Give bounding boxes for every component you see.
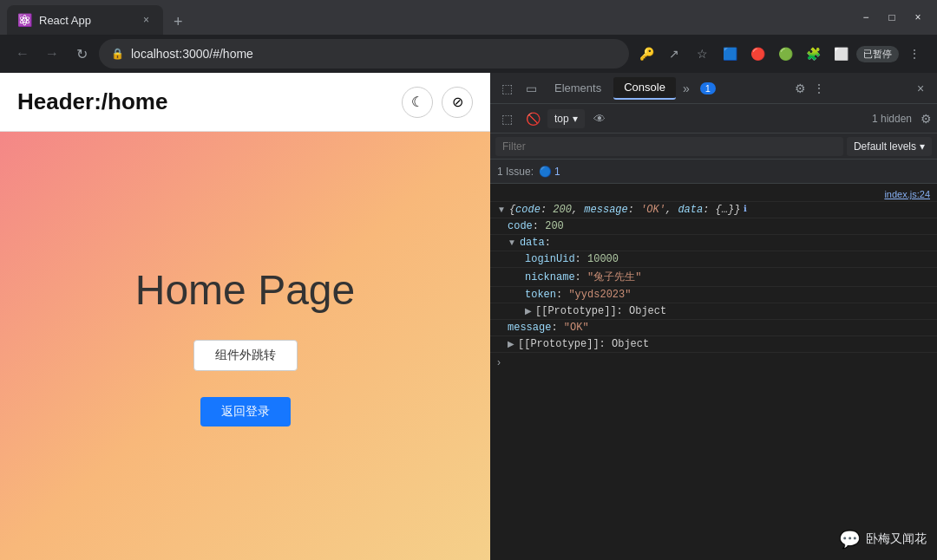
header-icons: ☾ ⊘ — [402, 87, 473, 118]
devtools: ⬚ ▭ Elements Console » 1 ⚙ ⋮ × ⬚ 🚫 top ▾… — [490, 73, 937, 560]
forward-button[interactable]: → — [40, 42, 64, 66]
context-dropdown[interactable]: top ▾ — [547, 109, 585, 128]
tab-close-button[interactable]: × — [140, 12, 153, 28]
maximize-button[interactable]: □ — [880, 5, 904, 29]
paused-badge[interactable]: 已暂停 — [856, 46, 899, 62]
devtools-panel: ⬚ ▭ Elements Console » 1 ⚙ ⋮ × ⬚ 🚫 top ▾… — [490, 73, 937, 560]
issues-bar: 1 Issue: 🔵 1 — [490, 160, 937, 184]
console-prop-message: message: "OK" — [490, 320, 937, 336]
console-prop-token: token: "yyds2023" — [490, 287, 937, 303]
tab-elements[interactable]: Elements — [544, 77, 612, 100]
toolbar-icons: 🔑 ↗ ☆ 🟦 🔴 🟢 🧩 ⬜ 已暂停 ⋮ — [634, 42, 927, 66]
console-filter-icon[interactable]: ⬚ — [495, 107, 518, 130]
extension1-icon[interactable]: 🟦 — [717, 42, 742, 66]
share-icon[interactable]: ↗ — [662, 42, 686, 66]
console-prompt[interactable]: › — [490, 353, 937, 372]
issues-badge-icon[interactable]: 🔵 1 — [539, 166, 560, 178]
devtools-toolbar: ⬚ ▭ Elements Console » 1 ⚙ ⋮ × — [490, 73, 937, 104]
console-output: index.js:24 ▼ {code: 200, message: 'OK',… — [490, 184, 937, 560]
console-source-link[interactable]: index.js:24 — [884, 189, 930, 199]
console-prop-nickname: nickname: "兔子先生" — [490, 268, 937, 287]
levels-label: Default levels — [854, 140, 916, 153]
title-bar: ⚛️ React App × + − □ × — [0, 0, 937, 35]
main-layout: Header:/home ☾ ⊘ Home Page 组件外跳转 返回登录 ⬚ … — [0, 73, 937, 560]
lock-icon: 🔒 — [111, 48, 124, 60]
browser-chrome: ⚛️ React App × + − □ × ← → ↻ 🔒 localhost… — [0, 0, 937, 73]
devtools-secondary-toolbar: ⬚ 🚫 top ▾ 👁 1 hidden ⚙ — [490, 104, 937, 133]
console-prototype-root[interactable]: ▶ [[Prototype]]: Object — [490, 336, 937, 353]
console-obj-line-1[interactable]: ▼ {code: 200, message: 'OK', data: {…}} … — [490, 202, 937, 218]
extensions-icon[interactable]: 🧩 — [801, 42, 825, 66]
console-clear-icon[interactable]: 🚫 — [521, 107, 544, 130]
issues-label: 1 Issue: — [497, 166, 534, 178]
more-menu-button[interactable]: ⋮ — [902, 42, 927, 66]
tab-bar: ⚛️ React App × + — [7, 0, 854, 35]
info-icon: ℹ — [744, 204, 747, 213]
back-button[interactable]: ← — [10, 42, 35, 66]
refresh-button[interactable]: ↻ — [69, 42, 94, 66]
password-icon[interactable]: 🔑 — [634, 42, 659, 66]
devtools-settings-icon[interactable]: ⚙ — [795, 81, 806, 95]
tab-console[interactable]: Console — [613, 77, 676, 100]
default-levels-button[interactable]: Default levels ▾ — [847, 137, 932, 156]
prototype2-expand-icon[interactable]: ▶ — [508, 339, 514, 348]
extension3-icon[interactable]: 🟢 — [773, 42, 797, 66]
filter-input[interactable] — [495, 137, 843, 156]
window-controls: − □ × — [854, 5, 930, 29]
hidden-count: 1 hidden — [872, 113, 912, 125]
web-page: Header:/home ☾ ⊘ Home Page 组件外跳转 返回登录 — [0, 73, 490, 560]
profile-icon[interactable]: ⬜ — [829, 42, 853, 66]
new-tab-button[interactable]: + — [167, 10, 190, 35]
console-settings-icon[interactable]: ⚙ — [921, 112, 932, 126]
address-bar: ← → ↻ 🔒 localhost:3000/#/home 🔑 ↗ ☆ 🟦 🔴 … — [0, 35, 937, 73]
url-text: localhost:3000/#/home — [131, 47, 617, 61]
console-prop-code: code: 200 — [490, 218, 937, 235]
devtools-kebab-icon[interactable]: ⋮ — [808, 77, 830, 100]
filter-bar: Default levels ▾ — [490, 133, 937, 160]
watermark: 💬 卧梅又闻花 — [839, 529, 927, 550]
inspect-element-icon[interactable]: ⬚ — [495, 77, 518, 100]
device-toggle-icon[interactable]: ▭ — [520, 77, 542, 100]
context-dropdown-arrow: ▾ — [573, 113, 578, 125]
back-login-button[interactable]: 返回登录 — [200, 397, 291, 427]
eye-icon[interactable]: 👁 — [588, 107, 611, 130]
minimize-button[interactable]: − — [854, 5, 878, 29]
page-content: Home Page 组件外跳转 返回登录 — [0, 132, 490, 560]
page-header: Header:/home ☾ ⊘ — [0, 73, 490, 132]
console-prop-loginuid: loginUid: 10000 — [490, 251, 937, 268]
slash-button[interactable]: ⊘ — [442, 87, 473, 118]
wechat-icon: 💬 — [839, 529, 861, 550]
tab-title: React App — [39, 14, 133, 27]
console-prop-data[interactable]: ▼ data: — [490, 235, 937, 251]
close-button[interactable]: × — [906, 5, 930, 29]
dark-mode-button[interactable]: ☾ — [402, 87, 433, 118]
collapse-icon[interactable]: ▼ — [497, 205, 506, 214]
data-expand-icon[interactable]: ▼ — [508, 238, 516, 247]
issues-badge: 1 — [700, 82, 716, 94]
console-prototype-data[interactable]: ▶ [[Prototype]]: Object — [490, 303, 937, 320]
navigate-button[interactable]: 组件外跳转 — [193, 340, 298, 371]
extension2-icon[interactable]: 🔴 — [745, 42, 770, 66]
tab-favicon-icon: ⚛️ — [17, 13, 32, 27]
console-obj-text: {code: 200, message: 'OK', data: {…}} — [509, 204, 741, 216]
devtools-close-icon[interactable]: × — [909, 77, 932, 100]
url-bar[interactable]: 🔒 localhost:3000/#/home — [99, 39, 629, 68]
levels-arrow: ▾ — [920, 140, 925, 153]
page-main-title: Home Page — [135, 266, 355, 314]
more-tabs-icon[interactable]: » — [678, 81, 695, 95]
watermark-text: 卧梅又闻花 — [866, 531, 927, 547]
prototype1-expand-icon[interactable]: ▶ — [525, 306, 532, 316]
star-icon[interactable]: ☆ — [690, 42, 714, 66]
console-source-line: index.js:24 — [490, 187, 937, 202]
page-header-title: Header:/home — [17, 88, 167, 115]
active-tab[interactable]: ⚛️ React App × — [7, 5, 163, 35]
context-label: top — [554, 113, 569, 125]
